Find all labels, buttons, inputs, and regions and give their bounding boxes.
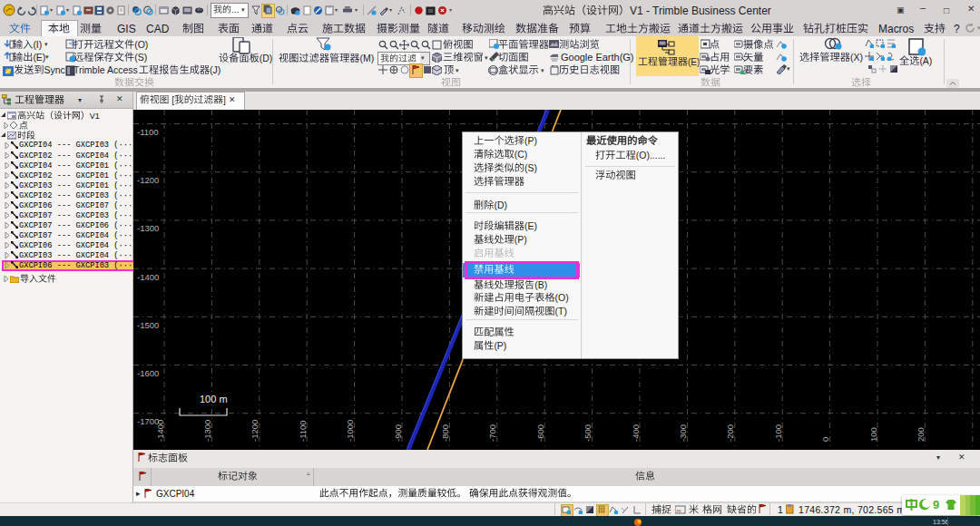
svg-text:(E): (E) bbox=[33, 53, 45, 63]
svg-text:▾: ▾ bbox=[66, 7, 69, 13]
svg-text:CAD: CAD bbox=[146, 23, 170, 35]
svg-text:?: ? bbox=[954, 23, 960, 35]
svg-text:(T): (T) bbox=[555, 306, 567, 316]
svg-text:Google Earth(G): Google Earth(G) bbox=[561, 52, 633, 63]
svg-text:(O): (O) bbox=[134, 40, 148, 50]
svg-text:□: □ bbox=[944, 5, 949, 15]
svg-text:-1000: -1000 bbox=[345, 420, 355, 442]
svg-text:(S): (S) bbox=[134, 53, 147, 63]
svg-text:Macros: Macros bbox=[878, 23, 914, 35]
svg-text:(A): (A) bbox=[919, 56, 932, 66]
svg-text:(S): (S) bbox=[524, 163, 537, 173]
svg-text:[: [ bbox=[169, 95, 174, 105]
svg-text:Sync: Sync bbox=[44, 65, 65, 75]
svg-text:200: 200 bbox=[916, 427, 926, 442]
svg-text:-200: -200 bbox=[725, 424, 735, 442]
svg-text:▾: ▾ bbox=[45, 54, 49, 60]
svg-text:...: ... bbox=[231, 5, 239, 15]
svg-text:▾: ▾ bbox=[421, 54, 425, 61]
svg-text:V1 - Trimble Business Center: V1 - Trimble Business Center bbox=[630, 5, 771, 17]
svg-text:-700: -700 bbox=[487, 424, 497, 442]
svg-text:-400: -400 bbox=[631, 424, 641, 442]
svg-text:(B): (B) bbox=[534, 279, 547, 289]
svg-text:-800: -800 bbox=[440, 424, 450, 442]
svg-text:(D): (D) bbox=[260, 54, 273, 63]
svg-text:(O): (O) bbox=[555, 293, 569, 303]
svg-text:100: 100 bbox=[868, 427, 878, 442]
svg-text:GIS: GIS bbox=[117, 23, 136, 35]
svg-text:✕: ✕ bbox=[967, 4, 975, 14]
svg-text:(C): (C) bbox=[514, 150, 528, 160]
svg-text:▾: ▾ bbox=[485, 54, 488, 61]
svg-text:▾: ▾ bbox=[44, 41, 48, 47]
svg-text:▾: ▾ bbox=[78, 96, 82, 104]
svg-text:(E): (E) bbox=[524, 220, 537, 230]
svg-text:-300: -300 bbox=[678, 424, 688, 442]
svg-text:-1300: -1300 bbox=[137, 223, 159, 233]
svg-text:▸: ▸ bbox=[136, 489, 141, 498]
svg-text:▾: ▾ bbox=[50, 7, 53, 13]
svg-text:▾: ▾ bbox=[456, 67, 459, 73]
svg-text:Trimble Access: Trimble Access bbox=[74, 65, 138, 75]
svg-text:-900: -900 bbox=[393, 424, 403, 442]
svg-text:V1: V1 bbox=[90, 112, 100, 121]
svg-text:-1100: -1100 bbox=[137, 127, 159, 137]
svg-text:✕: ✕ bbox=[229, 95, 236, 104]
svg-text:▾: ▾ bbox=[936, 453, 940, 462]
svg-text:]: ] bbox=[223, 95, 226, 105]
svg-text:(P): (P) bbox=[524, 135, 537, 145]
svg-text:(I): (I) bbox=[33, 40, 42, 50]
svg-text:(P): (P) bbox=[514, 234, 527, 244]
svg-text:▾: ▾ bbox=[241, 6, 245, 13]
svg-text:▾: ▾ bbox=[355, 7, 358, 13]
svg-text:-1200: -1200 bbox=[250, 420, 260, 442]
svg-text:-1100: -1100 bbox=[298, 420, 308, 442]
svg-text:▣: ▣ bbox=[897, 5, 904, 15]
svg-text:-1200: -1200 bbox=[137, 175, 159, 185]
svg-text:0: 0 bbox=[820, 437, 830, 442]
svg-text:▾: ▾ bbox=[787, 65, 790, 72]
svg-text:✕: ✕ bbox=[116, 94, 123, 103]
svg-text:✕: ✕ bbox=[958, 453, 965, 462]
svg-text:-1500: -1500 bbox=[137, 320, 159, 330]
svg-text:-600: -600 bbox=[535, 424, 545, 442]
svg-text:(P): (P) bbox=[494, 340, 506, 350]
svg-text:(D): (D) bbox=[494, 200, 507, 210]
svg-text:(M): (M) bbox=[360, 54, 375, 63]
svg-text:▵: ▵ bbox=[307, 470, 310, 476]
svg-text:-1400: -1400 bbox=[137, 272, 159, 282]
svg-text:-100: -100 bbox=[773, 424, 783, 442]
svg-text:–: – bbox=[920, 2, 926, 13]
svg-text:▾: ▾ bbox=[541, 67, 544, 73]
svg-text:▾: ▾ bbox=[449, 7, 452, 13]
svg-text:100 m: 100 m bbox=[200, 394, 228, 404]
svg-text:(X): (X) bbox=[850, 53, 863, 63]
svg-text:-1400: -1400 bbox=[155, 420, 165, 442]
svg-text:▾: ▾ bbox=[389, 7, 392, 13]
svg-text:m: m bbox=[677, 508, 681, 513]
svg-text:-1600: -1600 bbox=[137, 368, 159, 378]
svg-text:-1300: -1300 bbox=[202, 420, 212, 442]
svg-text:(J): (J) bbox=[210, 65, 220, 75]
svg-text:▾: ▾ bbox=[335, 7, 338, 13]
svg-text:(E): (E) bbox=[688, 57, 700, 67]
svg-text:-500: -500 bbox=[583, 424, 593, 442]
svg-text:(O)......: (O)...... bbox=[636, 151, 666, 161]
